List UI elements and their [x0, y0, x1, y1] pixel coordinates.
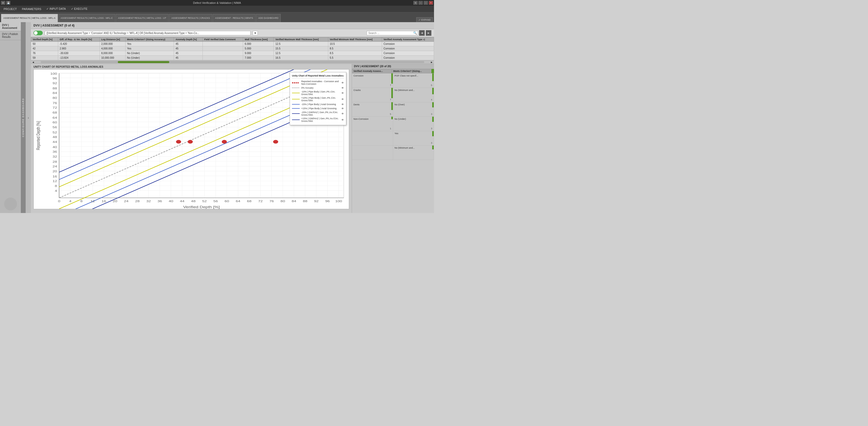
table-cell: 8.5 — [328, 46, 382, 51]
legend-eye-6[interactable]: 👁 — [341, 112, 344, 115]
table-cell — [203, 46, 243, 51]
dot-1 — [292, 82, 293, 83]
content-area: DVV | ASSESSMENT (0 of 4) [[Verified Ano… — [31, 22, 434, 213]
scroll-left-arrow[interactable]: ◄ — [31, 61, 35, 64]
table-cell: 8.5 — [328, 51, 382, 56]
legend-eye-2[interactable]: 👁 — [341, 92, 344, 94]
parameters-label: PARAMETERS — [22, 7, 41, 10]
svg-text:Verified Depth [%]: Verified Depth [%] — [183, 205, 220, 209]
menu-parameters[interactable]: PARAMETERS — [19, 7, 44, 11]
right-panel-cell-col1: Corrosion7 — [352, 74, 393, 88]
table-cell: 4,000.000 — [99, 46, 125, 51]
legend-eye-5[interactable]: 👁 — [341, 107, 344, 110]
table-row: 76-30.6308,000.000No (Under)459.00012.58… — [31, 51, 434, 56]
bottom-section: UNITY CHART OF REPORTED METAL LOSS ANOMA… — [31, 64, 434, 213]
filter-text-display[interactable]: [[Verified Anomaly Assessment Type = 'Co… — [45, 31, 251, 35]
table-cell: 5.000 — [243, 46, 274, 51]
legend-eye-1[interactable]: 👁 — [341, 87, 344, 89]
svg-text:44: 44 — [53, 140, 57, 143]
tab-mfl-a[interactable]: ASSESSMENT RESULTS | METAL LOSS - MFL-A — [1, 14, 58, 22]
window-title: Defect Verification & Validation | NIMA — [193, 1, 241, 4]
filter-dropdown-button[interactable]: ▼ — [253, 31, 258, 35]
minimize-icon[interactable]: ─ — [418, 1, 423, 5]
next-record-button[interactable]: ► — [426, 30, 431, 36]
right-panel-header: DVV | ASSESSMENT (20 of 20) — [352, 64, 434, 69]
tab-add-dashboard[interactable]: ADD DASHBOARD — [256, 14, 281, 22]
configure-dashboard-strip[interactable]: CONFIGURE DASHBOARD — [21, 22, 26, 213]
sidebar-item-dvv-publish[interactable]: DVV | Publish Results — [0, 31, 21, 40]
search-input[interactable] — [367, 31, 418, 35]
svg-text:96: 96 — [325, 200, 330, 203]
cell-count: 3 — [431, 127, 432, 130]
legend-eye-3[interactable]: 👁 — [341, 98, 344, 101]
right-panel-rows[interactable]: Corrosion7POF Class not specif...5Cracks… — [352, 74, 434, 213]
table-cell: 15.5 — [274, 46, 328, 51]
table-cell: 50 — [31, 42, 58, 46]
tab-ut[interactable]: ASSESSMENT RESULTS | METAL LOSS - UT — [116, 14, 169, 22]
cell-label: No (Under) — [395, 118, 406, 120]
table-cell: No (Under) — [125, 51, 174, 56]
horizontal-scrollbar[interactable]: ◄ ► — [31, 60, 434, 64]
data-point-3 — [222, 140, 227, 143]
restore-icon[interactable]: ⧉ — [413, 1, 417, 5]
svg-text:88: 88 — [303, 200, 307, 203]
menu-bar: PROJECT PARAMETERS ✓ INPUT DATA ✓ EXECUT… — [0, 6, 434, 12]
green-bar — [432, 74, 434, 81]
green-bar — [432, 131, 434, 136]
table-cell: Corrosion — [382, 56, 434, 60]
legend-eye-4[interactable]: 👁 — [341, 103, 344, 106]
svg-text:64: 64 — [236, 200, 240, 203]
chart-title: UNITY CHART OF REPORTED METAL LOSS ANOMA… — [33, 65, 349, 68]
table-cell: 76 — [31, 51, 58, 56]
app-grid-icon[interactable]: ⊞ — [1, 1, 5, 5]
svg-text:Reported Depth [%]: Reported Depth [%] — [36, 121, 41, 150]
svg-text:16: 16 — [53, 175, 57, 178]
svg-text:4: 4 — [55, 190, 57, 193]
scroll-right-arrow[interactable]: ► — [429, 61, 434, 64]
table-cell: Yes — [125, 42, 174, 46]
legend-item-minus15-gw: -15% | GW/HAZ | Gen.;Pit.;Ax./Circ. Groo… — [292, 111, 344, 117]
scroll-thumb[interactable] — [118, 61, 169, 63]
table-cell: -13.824 — [58, 56, 99, 60]
green-bar — [432, 145, 434, 149]
right-panel-cell-col2: Yes3 — [393, 131, 434, 145]
prev-record-button[interactable]: ◄ — [419, 30, 425, 36]
legend-expand-icon[interactable]: › — [343, 75, 344, 77]
sidebar-collapse-arrow[interactable]: › — [26, 22, 31, 213]
legend-eye-0[interactable]: 👁 — [341, 81, 344, 84]
menu-execute[interactable]: ✓ EXECUTE — [68, 7, 90, 11]
tab-cracks[interactable]: ASSESSMENT RESULTS | CRACKS — [169, 14, 212, 22]
svg-text:80: 80 — [53, 96, 57, 100]
menu-project[interactable]: PROJECT — [1, 7, 19, 11]
legend-eye-7[interactable]: 👁 — [341, 118, 344, 121]
tab-dents[interactable]: ASSESSMENT - RESULTS | DENTS — [213, 14, 255, 22]
svg-text:88: 88 — [53, 87, 57, 90]
right-panel-scrollbar-top — [431, 69, 434, 73]
filter-toggle[interactable] — [33, 31, 43, 35]
tab-mfl-c[interactable]: ASSESSMENT RESULTS | METAL LOSS - MFL-C — [58, 14, 115, 22]
expand-button[interactable]: ⤢ EXPAND — [416, 17, 433, 22]
right-panel-row: Non-Corrosion1No (Under)3 — [352, 117, 434, 131]
chart-container: 100 96 92 88 84 80 76 72 68 64 60 56 52 … — [33, 69, 349, 209]
table-cell — [203, 51, 243, 56]
table-cell: 2,000.000 — [99, 42, 125, 46]
svg-text:16: 16 — [102, 200, 106, 203]
right-panel-cell-col1 — [352, 145, 393, 160]
close-icon[interactable]: ✕ — [429, 1, 433, 5]
save-icon[interactable]: 💾 — [6, 1, 10, 5]
table-cell: 59 — [31, 56, 58, 60]
table-cell: Corrosion — [382, 42, 434, 46]
svg-text:64: 64 — [53, 116, 57, 119]
table-cell: 45 — [174, 56, 203, 60]
menu-input-data[interactable]: ✓ INPUT DATA — [44, 7, 68, 11]
right-panel-cell-col2: No (Minimum and... — [393, 145, 434, 160]
sidebar-item-dvv-assessment[interactable]: DVV | Assessment — [0, 22, 21, 31]
legend-line-plus15-axial — [292, 107, 300, 110]
svg-text:28: 28 — [53, 160, 57, 163]
maximize-icon[interactable]: □ — [424, 1, 428, 5]
col-wall-thickness: Wall Thickness [mm] — [243, 37, 274, 42]
table-cell: 10.5 — [328, 42, 382, 46]
table-cell: Corrosion — [382, 51, 434, 56]
table-header-row: Verified Depth [%] Diff. of Rep.- & Ver.… — [31, 37, 434, 42]
scroll-track[interactable] — [41, 61, 424, 63]
